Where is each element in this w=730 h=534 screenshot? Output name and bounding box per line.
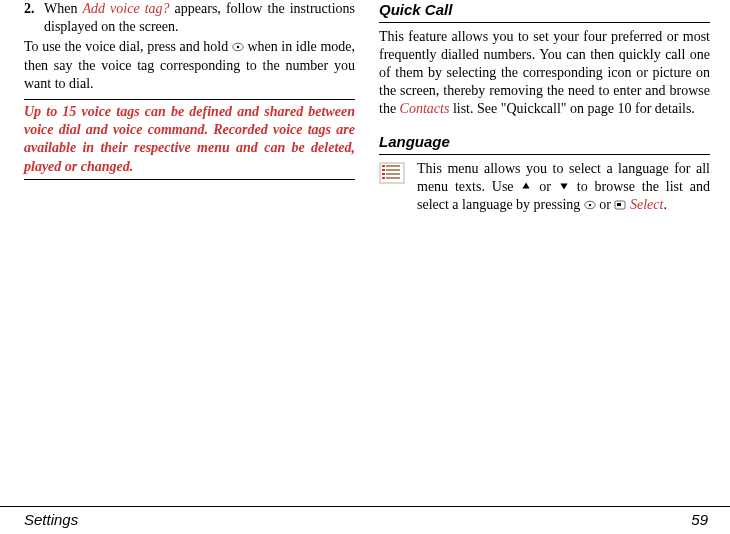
step-2: 2. When Add voice tag? appears, follow t… [24,0,355,36]
quickcall-para: This feature allows you to set your four… [379,28,710,119]
footer-page-number: 59 [691,511,708,528]
svg-point-12 [589,204,591,206]
language-row: This menu allows you to select a languag… [379,160,710,215]
up-arrow-icon [520,179,532,189]
step-text-a: When [44,1,82,16]
language-or1: or [539,179,558,194]
note-rule-top [24,99,355,100]
quickcall-underline [379,22,710,23]
language-heading: Language [379,132,710,152]
softkey-icon [614,197,626,207]
down-arrow-icon [558,179,570,189]
svg-rect-3 [382,165,385,167]
step-body: When Add voice tag? appears, follow the … [44,0,355,36]
language-underline [379,154,710,155]
para2-a: To use the voice dial, press and hold [24,39,232,54]
language-end: . [663,197,667,212]
svg-point-1 [237,46,239,48]
language-text: This menu allows you to select a languag… [417,160,710,215]
footer-section-name: Settings [24,511,78,528]
svg-rect-8 [386,173,400,175]
language-menu-icon [379,162,407,186]
svg-rect-4 [386,165,400,167]
svg-rect-14 [617,203,621,206]
svg-rect-7 [382,173,385,175]
note-rule-bottom [24,179,355,180]
step-text-highlight: Add voice tag? [82,1,169,16]
svg-rect-9 [382,177,385,179]
page-footer: Settings 59 [0,506,730,528]
svg-rect-10 [386,177,400,179]
voice-dial-instruction: To use the voice dial, press and hold wh… [24,38,355,93]
quickcall-heading: Quick Call [379,0,710,20]
language-select-highlight: Select [630,197,663,212]
note-block: Up to 15 voice tags can be defined and s… [24,103,355,176]
quickcall-b: list. See "Quickcall" on page 10 for det… [449,101,694,116]
svg-rect-6 [386,169,400,171]
ok-button-icon [584,197,596,207]
left-column: 2. When Add voice tag? appears, follow t… [24,0,355,488]
ok-button-icon [232,39,244,49]
svg-rect-5 [382,169,385,171]
language-or2: or [599,197,614,212]
quickcall-highlight: Contacts [400,101,450,116]
step-number: 2. [24,0,44,36]
right-column: Quick Call This feature allows you to se… [379,0,710,488]
